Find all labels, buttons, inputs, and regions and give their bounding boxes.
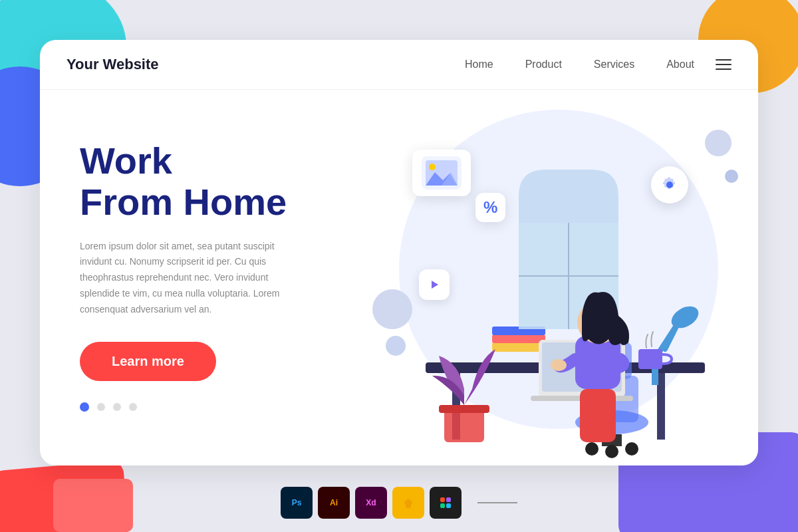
svg-point-13 bbox=[585, 442, 598, 456]
svg-point-14 bbox=[605, 445, 618, 458]
float-card-image bbox=[412, 150, 471, 196]
nav-about[interactable]: About bbox=[666, 59, 694, 70]
tool-figma[interactable] bbox=[430, 487, 462, 519]
svg-point-15 bbox=[625, 442, 638, 456]
nav-services[interactable]: Services bbox=[594, 59, 634, 70]
bottom-toolbar: Ps Ai Xd bbox=[281, 487, 517, 519]
svg-rect-40 bbox=[440, 503, 445, 508]
main-illustration bbox=[359, 170, 758, 462]
bg-shape-pink bbox=[53, 479, 133, 532]
hero-left: Work From Home Lorem ipsum dolor sit ame… bbox=[40, 114, 359, 438]
svg-rect-39 bbox=[446, 497, 451, 502]
svg-point-35 bbox=[551, 359, 567, 371]
nav-product[interactable]: Product bbox=[525, 59, 562, 70]
tool-xd[interactable]: Xd bbox=[355, 487, 387, 519]
svg-rect-17 bbox=[492, 334, 545, 343]
nav-home[interactable]: Home bbox=[465, 59, 493, 70]
hero-title: Work From Home bbox=[80, 140, 319, 222]
main-card: Your Website Home Product Services About… bbox=[40, 40, 758, 466]
float-card-play[interactable] bbox=[419, 269, 450, 300]
svg-marker-5 bbox=[432, 281, 438, 289]
float-card-gear bbox=[651, 166, 688, 203]
hero-right: % bbox=[359, 90, 758, 462]
dot-2[interactable] bbox=[97, 403, 105, 411]
svg-rect-16 bbox=[492, 342, 545, 352]
hamburger-menu[interactable] bbox=[716, 59, 732, 70]
svg-rect-38 bbox=[440, 497, 445, 502]
learn-more-button[interactable]: Learn more bbox=[80, 342, 216, 381]
pagination-dots bbox=[80, 402, 319, 412]
dot-4[interactable] bbox=[129, 403, 137, 411]
toolbar-divider bbox=[477, 502, 517, 503]
tool-photoshop[interactable]: Ps bbox=[281, 487, 313, 519]
hero-description: Lorem ipsum dolor sit amet, sea putant s… bbox=[80, 239, 306, 318]
tool-sketch[interactable] bbox=[392, 487, 424, 519]
svg-point-3 bbox=[429, 164, 436, 170]
logo: Your Website bbox=[66, 56, 159, 73]
tool-illustrator[interactable]: Ai bbox=[318, 487, 350, 519]
dot-3[interactable] bbox=[113, 403, 121, 411]
svg-rect-25 bbox=[444, 409, 484, 442]
svg-rect-41 bbox=[446, 503, 451, 508]
svg-rect-26 bbox=[439, 405, 489, 413]
nav-links: Home Product Services About bbox=[465, 59, 694, 70]
dot-1[interactable] bbox=[80, 402, 89, 412]
svg-rect-32 bbox=[580, 389, 616, 442]
navbar: Your Website Home Product Services About bbox=[40, 40, 758, 90]
svg-rect-31 bbox=[638, 349, 662, 369]
float-card-percent: % bbox=[475, 193, 505, 222]
deco-circle-1 bbox=[705, 130, 732, 156]
hero-section: Work From Home Lorem ipsum dolor sit ame… bbox=[40, 90, 758, 462]
